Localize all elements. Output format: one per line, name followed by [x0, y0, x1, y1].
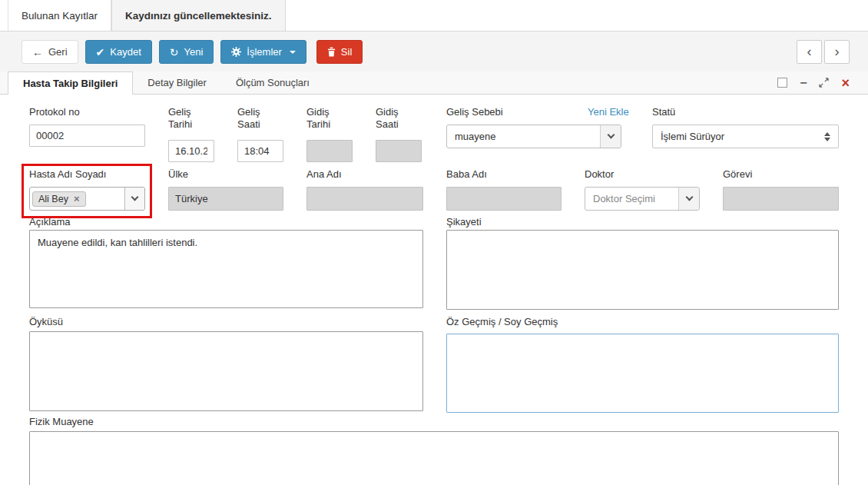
next-record-button[interactable]: › — [824, 40, 850, 64]
statu-select[interactable]: İşlemi Sürüyor — [652, 125, 839, 148]
operations-button[interactable]: İşlemler — [220, 40, 306, 64]
oykusu-textarea[interactable] — [29, 331, 423, 411]
tab-updating-record-label: Kaydınızı güncellemektesiniz. — [125, 10, 272, 22]
gidis-tarihi-label: Gidiş Tarihi — [306, 106, 354, 131]
trash-icon — [327, 47, 336, 57]
ulke-label: Ülke — [168, 168, 188, 181]
operations-button-label: İşlemler — [247, 46, 282, 58]
gorevi-label: Görevi — [723, 168, 752, 181]
yeni-ekle-link[interactable]: Yeni Ekle — [588, 106, 629, 118]
tab-detay-bilgiler[interactable]: Detay Bilgiler — [133, 71, 221, 94]
hasta-adi-soyadi-select[interactable]: Ali Bey × — [29, 187, 145, 211]
up-down-arrows-icon — [824, 132, 830, 141]
doktor-select[interactable]: Doktor Seçimi — [585, 187, 700, 211]
panel-tab-bar: Hasta Takip Bilgileri Detay Bilgiler Ölç… — [0, 71, 868, 95]
tab-found-records[interactable]: Bulunan Kayıtlar — [8, 0, 111, 31]
oykusu-label: Öyküsü — [29, 316, 63, 328]
arrow-left-icon: ← — [32, 47, 43, 58]
refresh-icon: ↻ — [170, 47, 179, 58]
selected-patient-name: Ali Bey — [38, 194, 68, 204]
expand-button[interactable] — [819, 78, 829, 88]
protokol-no-label: Protokol no — [29, 106, 80, 118]
aciklama-label: Açıklama — [29, 216, 70, 228]
doktor-dropdown-button[interactable] — [678, 188, 699, 210]
tab-hasta-takip-bilgileri[interactable]: Hasta Takip Bilgileri — [8, 71, 133, 95]
close-button[interactable]: × — [841, 76, 850, 90]
aciklama-textarea[interactable]: Muayene edildi, kan tahlilleri istendi. — [29, 230, 423, 308]
doktor-label: Doktor — [585, 168, 614, 181]
ana-adi-label: Ana Adı — [306, 168, 342, 181]
baba-adi-label: Baba Adı — [446, 168, 487, 181]
caret-down-icon — [290, 51, 296, 54]
new-button[interactable]: ↻ Yeni — [159, 40, 214, 64]
baba-adi-input — [446, 187, 562, 211]
chevron-down-icon — [131, 194, 139, 201]
chevron-down-icon — [607, 131, 615, 139]
gear-icon — [231, 47, 241, 57]
hasta-adi-soyadi-label: Hasta Adı Soyadı — [29, 168, 106, 181]
ana-adi-input — [306, 187, 423, 211]
chevron-down-icon — [685, 194, 693, 201]
gidis-saati-input — [376, 140, 422, 162]
panel-controls: − × — [777, 71, 868, 94]
ulke-input — [168, 187, 283, 211]
tab-olcum-sonuclari[interactable]: Ölçüm Sonuçları — [221, 71, 324, 94]
statu-label: Statü — [652, 106, 675, 118]
patient-dropdown-button[interactable] — [124, 188, 144, 210]
gidis-tarihi-input — [306, 140, 353, 162]
gelis-tarihi-input[interactable] — [168, 140, 214, 162]
remove-patient-icon[interactable]: × — [74, 194, 80, 204]
selected-patient-container: Ali Bey × — [30, 188, 124, 210]
gelis-tarihi-label: Geliş Tarihi — [168, 106, 216, 131]
oz-gecmis-label: Öz Geçmiş / Soy Geçmiş — [446, 316, 558, 328]
gorevi-input — [723, 187, 839, 211]
gelis-sebebi-label: Geliş Sebebi — [446, 106, 503, 118]
record-navigation: ‹ › — [797, 40, 850, 64]
gelis-saati-label: Geliş Saati — [237, 106, 285, 131]
save-button[interactable]: ✔ Kaydet — [85, 40, 152, 64]
minimize-button[interactable]: − — [800, 77, 807, 89]
save-button-label: Kaydet — [110, 46, 141, 58]
oz-gecmis-textarea[interactable] — [446, 334, 839, 413]
toolbar: ← Geri ✔ Kaydet ↻ Yeni — [22, 40, 363, 64]
fizik-muayene-label: Fizik Muayene — [29, 416, 94, 428]
check-icon: ✔ — [96, 47, 105, 58]
gelis-sebebi-value: muayene — [447, 125, 600, 148]
panel-checkbox[interactable] — [777, 78, 787, 88]
delete-button[interactable]: Sil — [316, 40, 363, 64]
tab-hasta-takip-label: Hasta Takip Bilgileri — [23, 78, 118, 89]
top-tab-bar: Bulunan Kayıtlar Kaydınızı güncellemekte… — [0, 0, 868, 32]
form-panel: Protokol no Geliş Tarihi Geliş Saati Gid… — [0, 95, 868, 485]
app-window: Bulunan Kayıtlar Kaydınızı güncellemekte… — [0, 0, 868, 485]
new-button-label: Yeni — [184, 46, 204, 58]
tab-olcum-label: Ölçüm Sonuçları — [236, 77, 310, 88]
sikayeti-label: Şikayeti — [446, 216, 482, 228]
back-button[interactable]: ← Geri — [22, 40, 78, 64]
tab-detay-label: Detay Bilgiler — [147, 77, 207, 88]
fizik-muayene-textarea[interactable] — [29, 431, 839, 485]
delete-button-label: Sil — [341, 46, 352, 58]
sikayeti-textarea[interactable] — [446, 230, 839, 310]
protokol-no-input[interactable] — [29, 125, 145, 147]
gelis-saati-input[interactable] — [237, 140, 283, 162]
tab-found-records-label: Bulunan Kayıtlar — [22, 10, 98, 22]
gidis-saati-label: Gidiş Saati — [376, 106, 423, 131]
gelis-sebebi-dropdown-button[interactable] — [600, 125, 621, 148]
statu-value: İşlemi Sürüyor — [661, 131, 724, 142]
previous-record-button[interactable]: ‹ — [797, 40, 822, 64]
tab-updating-record[interactable]: Kaydınızı güncellemektesiniz. — [111, 0, 286, 31]
selected-patient-tag: Ali Bey × — [32, 191, 86, 207]
back-button-label: Geri — [48, 46, 68, 58]
gelis-sebebi-select[interactable]: muayene — [446, 125, 621, 148]
doktor-placeholder: Doktor Seçimi — [585, 188, 678, 210]
